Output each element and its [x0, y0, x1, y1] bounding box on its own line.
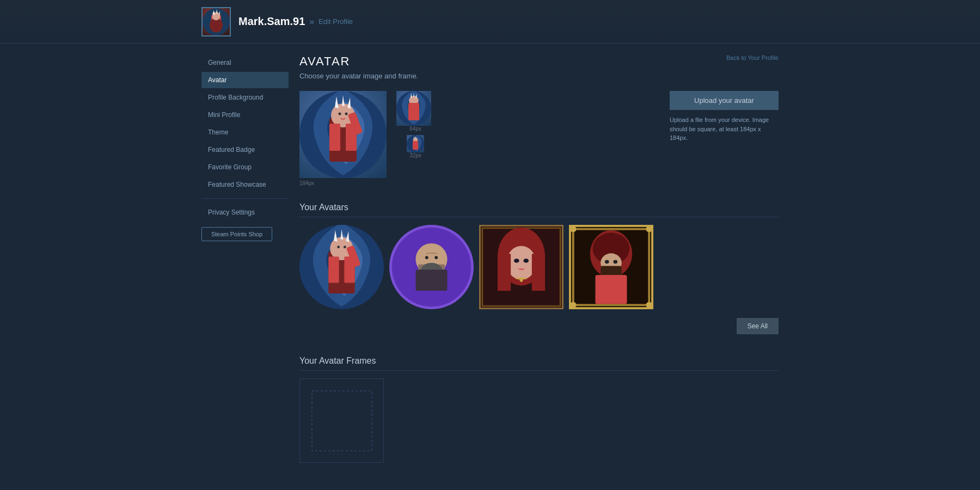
svg-point-64 — [646, 226, 652, 232]
upload-description: Upload a file from your device. Image sh… — [670, 115, 779, 143]
svg-rect-15 — [329, 124, 340, 151]
avatar-preview-row: 184px — [299, 91, 779, 186]
size-label-medium: 64px — [409, 126, 421, 132]
avatar-upload-area: Upload your avatar Upload a file from yo… — [670, 91, 779, 143]
svg-rect-28 — [413, 141, 418, 150]
size-label-large: 184px — [299, 180, 314, 186]
svg-rect-47 — [415, 270, 447, 291]
avatar-small-preview — [407, 135, 424, 152]
svg-point-46 — [434, 256, 438, 259]
svg-point-2 — [210, 18, 223, 32]
avatar-thumb-redhead[interactable] — [479, 225, 564, 309]
avatar-frame-preview — [299, 378, 384, 463]
svg-point-35 — [337, 246, 340, 248]
svg-point-63 — [570, 226, 577, 232]
svg-rect-73 — [595, 275, 627, 304]
edit-profile-link[interactable]: Edit Profile — [318, 17, 353, 26]
sidebar: General Avatar Profile Background Mini P… — [201, 54, 289, 463]
page-subtitle: Choose your avatar image and frame. — [299, 72, 779, 80]
sidebar-item-mini-profile[interactable]: Mini Profile — [201, 107, 289, 123]
avatar-frames-title: Your Avatar Frames — [299, 356, 779, 371]
sidebar-item-privacy[interactable]: Privacy Settings — [201, 204, 289, 220]
svg-point-66 — [646, 302, 652, 308]
page-title: AVATAR — [299, 54, 779, 69]
see-all-button[interactable]: See All — [737, 318, 779, 334]
steam-points-shop-button[interactable]: Steam Points Shop — [201, 227, 272, 241]
avatar-thumb-masked[interactable] — [569, 225, 653, 309]
sidebar-item-avatar[interactable]: Avatar — [201, 72, 289, 88]
avatar-medium-preview — [396, 91, 431, 126]
your-avatars-section: Your Avatars — [299, 203, 779, 340]
svg-rect-37 — [328, 256, 339, 283]
avatar-thumb-kratos[interactable] — [389, 225, 474, 309]
size-label-small: 32px — [409, 152, 421, 158]
back-to-profile-link[interactable]: Back to Your Profile — [726, 54, 779, 61]
avatar-preview-sizes: 184px — [299, 91, 434, 186]
sidebar-item-general[interactable]: General — [201, 54, 289, 71]
svg-point-59 — [520, 279, 523, 282]
sidebar-item-featured-badge[interactable]: Featured Badge — [201, 142, 289, 158]
svg-point-13 — [339, 113, 341, 115]
content-area: Back to Your Profile AVATAR Choose your … — [299, 54, 779, 463]
svg-point-53 — [506, 246, 536, 280]
svg-point-56 — [514, 259, 519, 263]
header-separator: » — [309, 17, 314, 27]
avatar-thumb-dante[interactable] — [299, 225, 384, 309]
svg-point-71 — [605, 260, 609, 264]
header: Mark.Sam.91 » Edit Profile — [0, 0, 980, 44]
sidebar-item-profile-background[interactable]: Profile Background — [201, 89, 289, 106]
header-avatar — [201, 7, 231, 36]
svg-point-65 — [570, 302, 577, 308]
avatar-frames-section: Your Avatar Frames — [299, 356, 779, 463]
svg-rect-55 — [532, 254, 545, 291]
svg-rect-54 — [498, 254, 511, 291]
sidebar-item-featured-showcase[interactable]: Featured Showcase — [201, 176, 289, 193]
avatar-large-preview — [299, 91, 387, 178]
header-username: Mark.Sam.91 — [238, 15, 305, 28]
svg-point-36 — [344, 246, 346, 248]
avatar-small-previews: 64px — [391, 91, 434, 158]
sidebar-item-theme[interactable]: Theme — [201, 124, 289, 140]
svg-rect-23 — [408, 103, 419, 120]
svg-point-57 — [523, 259, 529, 263]
main-container: General Avatar Profile Background Mini P… — [0, 44, 980, 463]
sidebar-item-favorite-group[interactable]: Favorite Group — [201, 159, 289, 175]
avatars-grid — [299, 225, 779, 309]
svg-point-45 — [425, 256, 428, 259]
svg-point-72 — [613, 260, 617, 264]
sidebar-divider — [201, 198, 289, 199]
svg-rect-74 — [312, 391, 372, 451]
header-avatar-image — [203, 8, 230, 35]
svg-point-14 — [345, 113, 348, 115]
upload-avatar-button[interactable]: Upload your avatar — [670, 91, 779, 110]
your-avatars-title: Your Avatars — [299, 203, 779, 217]
